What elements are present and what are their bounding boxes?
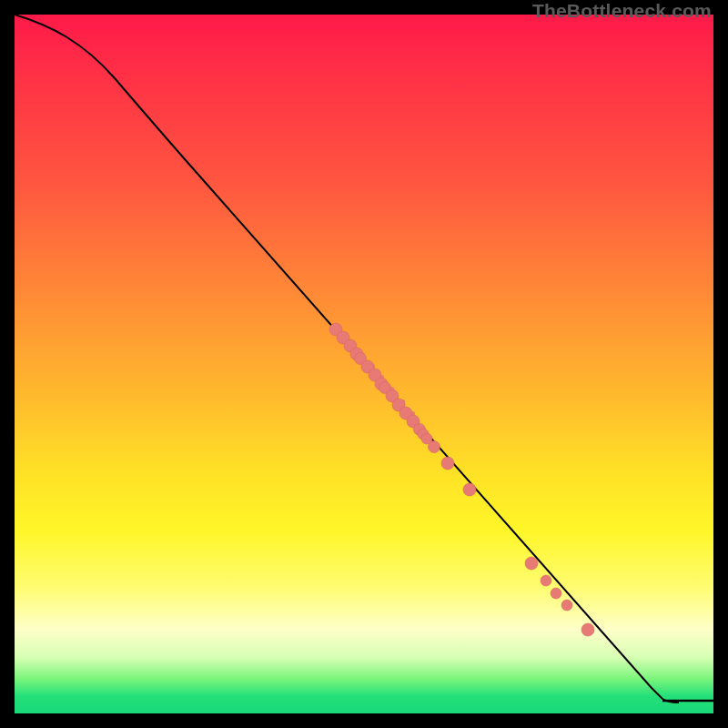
data-point <box>551 588 561 599</box>
data-point <box>463 483 476 496</box>
watermark-text: TheBottleneck.com <box>532 0 712 22</box>
data-points-group <box>329 323 594 636</box>
data-point <box>561 600 572 611</box>
data-point <box>525 557 538 570</box>
data-point <box>441 457 454 470</box>
chart-overlay-svg <box>15 15 713 713</box>
chart-stage: TheBottleneck.com <box>0 0 728 728</box>
data-point <box>429 441 440 453</box>
bottleneck-curve <box>15 15 679 703</box>
data-point <box>581 623 594 636</box>
data-point <box>541 575 551 586</box>
